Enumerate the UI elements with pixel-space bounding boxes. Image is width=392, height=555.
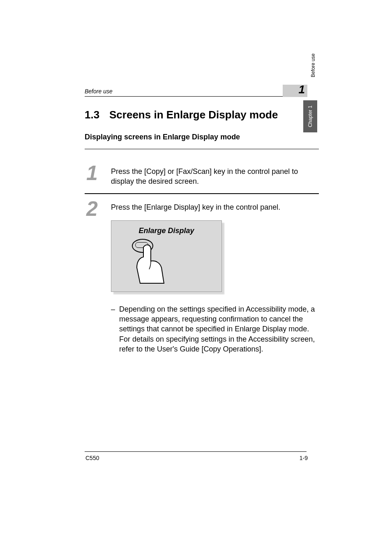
footer-page-number: 1-9 bbox=[300, 455, 308, 461]
chapter-number: 1 bbox=[298, 83, 305, 96]
note-bullet: – Depending on the settings specified in… bbox=[111, 304, 316, 354]
step-number: 2 bbox=[85, 200, 111, 218]
dash-icon: – bbox=[111, 304, 119, 354]
step-2: 2 Press the [Enlarge Display] key in the… bbox=[85, 194, 319, 361]
note-text: Depending on the settings specified in A… bbox=[119, 304, 316, 354]
header-rule bbox=[85, 96, 307, 97]
hand-press-icon bbox=[134, 244, 171, 289]
running-head: Before use bbox=[85, 88, 113, 95]
illustration-title: Enlarge Display bbox=[111, 226, 221, 236]
step-body: Press the [Enlarge Display] key in the c… bbox=[111, 200, 319, 354]
chapter-badge: 1 bbox=[283, 85, 307, 97]
step-text: Press the [Copy] or [Fax/Scan] key in th… bbox=[111, 164, 319, 187]
side-label-section: Before use bbox=[310, 53, 316, 136]
step-text: Press the [Enlarge Display] key in the c… bbox=[111, 202, 316, 212]
section-title: Screens in Enlarge Display mode bbox=[109, 109, 278, 121]
footer-rule bbox=[85, 451, 307, 452]
section-number: 1.3 bbox=[85, 109, 109, 121]
step-1: 1 Press the [Copy] or [Fax/Scan] key in … bbox=[85, 158, 319, 194]
footer-model: C550 bbox=[85, 455, 99, 461]
main-content: 1.3Screens in Enlarge Display mode Displ… bbox=[97, 109, 307, 361]
sub-heading: Displaying screens in Enlarge Display mo… bbox=[85, 133, 319, 149]
enlarge-display-illustration: Enlarge Display bbox=[111, 220, 224, 294]
section-heading: 1.3Screens in Enlarge Display mode bbox=[85, 109, 307, 121]
step-number: 1 bbox=[85, 164, 111, 183]
